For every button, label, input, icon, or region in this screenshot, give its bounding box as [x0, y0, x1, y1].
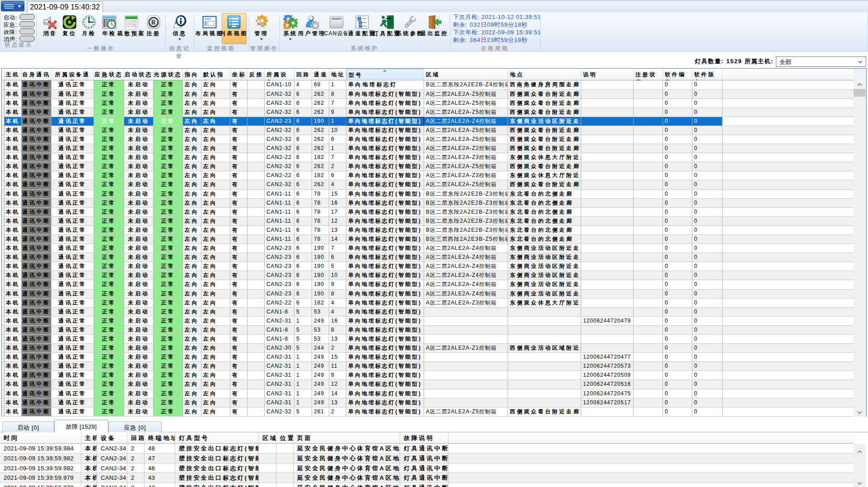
svg-text:R: R	[151, 19, 156, 26]
